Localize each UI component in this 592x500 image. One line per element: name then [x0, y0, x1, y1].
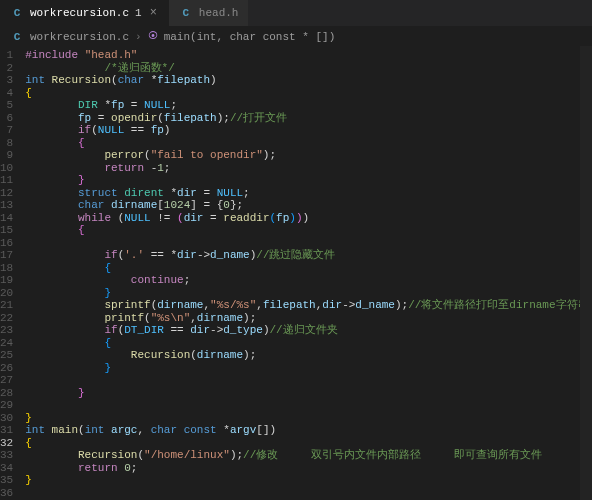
code-line[interactable]: }: [25, 287, 592, 300]
line-number: 4: [0, 87, 13, 100]
line-number-gutter: 1234567891011121314151617181920212223242…: [0, 47, 21, 500]
code-line[interactable]: [25, 487, 592, 500]
line-number: 14: [0, 212, 13, 225]
symbol-method-icon: ⦿: [148, 30, 158, 44]
code-line[interactable]: if('.' == *dir->d_name)//跳过隐藏文件: [25, 249, 592, 262]
code-line[interactable]: }: [25, 412, 592, 425]
c-file-icon: C: [10, 6, 24, 20]
code-line[interactable]: printf("%s\n",dirname);: [25, 312, 592, 325]
code-line[interactable]: perror("fail to opendir");: [25, 149, 592, 162]
line-number: 21: [0, 299, 13, 312]
code-line[interactable]: }: [25, 387, 592, 400]
line-number: 9: [0, 149, 13, 162]
editor-window: Cworkrecursion.c1×Chead.h C workrecursio…: [0, 0, 592, 500]
line-number: 34: [0, 462, 13, 475]
tab-head-h[interactable]: Chead.h: [169, 0, 249, 26]
code-line[interactable]: if(DT_DIR == dir->d_type)//递归文件夹: [25, 324, 592, 337]
code-line[interactable]: struct dirent *dir = NULL;: [25, 187, 592, 200]
c-file-icon: C: [10, 30, 24, 44]
editor-area: 1234567891011121314151617181920212223242…: [0, 47, 592, 500]
chevron-right-icon: ›: [135, 30, 142, 45]
code-line[interactable]: [25, 374, 592, 387]
tab-workrecursion-c[interactable]: Cworkrecursion.c1×: [0, 0, 169, 26]
breadcrumb-file[interactable]: workrecursion.c: [30, 30, 129, 45]
c-file-icon: C: [179, 6, 193, 20]
line-number: 19: [0, 274, 13, 287]
line-number: 26: [0, 362, 13, 375]
code-line[interactable]: int main(int argc, char const *argv[]): [25, 424, 592, 437]
close-icon[interactable]: ×: [148, 7, 159, 19]
line-number: 31: [0, 424, 13, 437]
code-line[interactable]: fp = opendir(filepath);//打开文件: [25, 112, 592, 125]
minimap[interactable]: [580, 46, 592, 500]
breadcrumb[interactable]: C workrecursion.c › ⦿ main(int, char con…: [0, 27, 592, 47]
line-number: 23: [0, 324, 13, 337]
line-number: 2: [0, 62, 13, 75]
code-line[interactable]: [25, 237, 592, 250]
code-line[interactable]: continue;: [25, 274, 592, 287]
code-line[interactable]: }: [25, 174, 592, 187]
line-number: 20: [0, 287, 13, 300]
code-line[interactable]: while (NULL != (dir = readdir(fp))): [25, 212, 592, 225]
code-content[interactable]: #include "head.h" /*递归函数*/int Recursion(…: [21, 47, 592, 500]
code-line[interactable]: {: [25, 337, 592, 350]
line-number: 16: [0, 237, 13, 250]
code-line[interactable]: }: [25, 474, 592, 487]
line-number: 5: [0, 99, 13, 112]
code-line[interactable]: {: [25, 224, 592, 237]
breadcrumb-symbol[interactable]: main(int, char const * []): [164, 30, 336, 45]
line-number: 18: [0, 262, 13, 275]
code-line[interactable]: /*递归函数*/: [25, 62, 592, 75]
line-number: 33: [0, 449, 13, 462]
code-line[interactable]: {: [25, 262, 592, 275]
code-line[interactable]: char dirname[1024] = {0};: [25, 199, 592, 212]
dirty-badge: 1: [135, 6, 142, 21]
tab-label: workrecursion.c: [30, 6, 129, 21]
line-number: 6: [0, 112, 13, 125]
code-line[interactable]: Recursion("/home/linux");//修改 双引号内文件内部路径…: [25, 449, 592, 462]
line-number: 3: [0, 74, 13, 87]
line-number: 8: [0, 137, 13, 150]
line-number: 13: [0, 199, 13, 212]
code-line[interactable]: {: [25, 87, 592, 100]
line-number: 7: [0, 124, 13, 137]
line-number: 25: [0, 349, 13, 362]
line-number: 22: [0, 312, 13, 325]
line-number: 36: [0, 487, 13, 500]
code-line[interactable]: return 0;: [25, 462, 592, 475]
code-line[interactable]: #include "head.h": [25, 49, 592, 62]
line-number: 28: [0, 387, 13, 400]
code-line[interactable]: DIR *fp = NULL;: [25, 99, 592, 112]
line-number: 1: [0, 49, 13, 62]
code-line[interactable]: if(NULL == fp): [25, 124, 592, 137]
line-number: 32: [0, 437, 13, 450]
line-number: 35: [0, 474, 13, 487]
line-number: 24: [0, 337, 13, 350]
code-line[interactable]: return -1;: [25, 162, 592, 175]
line-number: 11: [0, 174, 13, 187]
code-line[interactable]: {: [25, 437, 592, 450]
tab-bar: Cworkrecursion.c1×Chead.h: [0, 0, 592, 27]
code-line[interactable]: {: [25, 137, 592, 150]
code-line[interactable]: Recursion(dirname);: [25, 349, 592, 362]
code-line[interactable]: sprintf(dirname,"%s/%s",filepath,dir->d_…: [25, 299, 592, 312]
code-line[interactable]: [25, 399, 592, 412]
line-number: 17: [0, 249, 13, 262]
line-number: 27: [0, 374, 13, 387]
line-number: 10: [0, 162, 13, 175]
line-number: 29: [0, 399, 13, 412]
line-number: 30: [0, 412, 13, 425]
line-number: 15: [0, 224, 13, 237]
tab-label: head.h: [199, 6, 239, 21]
code-line[interactable]: }: [25, 362, 592, 375]
line-number: 12: [0, 187, 13, 200]
code-line[interactable]: int Recursion(char *filepath): [25, 74, 592, 87]
